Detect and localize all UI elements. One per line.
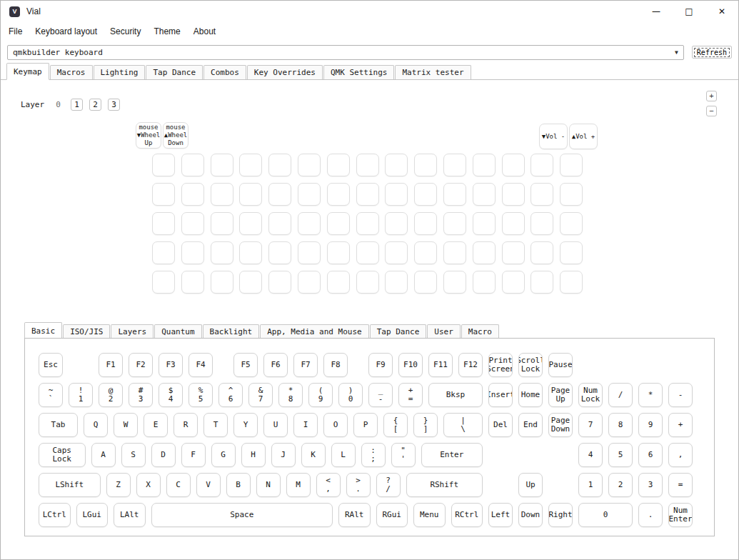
picker-key-space[interactable]: Space	[151, 503, 333, 527]
picker-key-y[interactable]: Y	[233, 413, 258, 437]
keymap-key-blank[interactable]	[211, 154, 233, 176]
picker-key-f9[interactable]: F9	[368, 353, 393, 377]
picker-key-4[interactable]: 4	[578, 443, 603, 467]
picker-key-symbol[interactable]: /	[608, 383, 633, 407]
picker-key-symbol[interactable]: { [	[383, 413, 408, 437]
keymap-key-blank[interactable]	[560, 154, 583, 176]
picker-key-b[interactable]: B	[226, 473, 251, 497]
picker-key-rgui[interactable]: RGui	[376, 503, 408, 527]
keymap-key-blank[interactable]	[531, 241, 553, 264]
keymap-key-blank[interactable]	[268, 183, 291, 206]
picker-key-caps-lock[interactable]: Caps Lock	[39, 443, 86, 467]
picker-key-symbol[interactable]: =	[668, 473, 693, 497]
picker-tab-tap-dance[interactable]: Tap Dance	[370, 324, 427, 339]
picker-key-lgui[interactable]: LGui	[76, 503, 109, 527]
keymap-key-blank[interactable]	[473, 154, 496, 176]
picker-key-symbol[interactable]: .	[638, 503, 663, 527]
menu-item-keyboard-layout[interactable]: Keyboard layout	[29, 24, 104, 39]
picker-key-g[interactable]: G	[211, 443, 236, 467]
keymap-key-blank[interactable]	[152, 271, 175, 294]
picker-key-symbol[interactable]: ,	[668, 443, 693, 467]
picker-key-rctrl[interactable]: RCtrl	[451, 503, 483, 527]
picker-key-j[interactable]: J	[271, 443, 296, 467]
keymap-key-blank[interactable]	[181, 154, 204, 176]
keymap-key-blank[interactable]	[181, 183, 204, 206]
picker-key-symbol[interactable]: } ]	[413, 413, 438, 437]
keymap-key-blank[interactable]	[560, 183, 583, 206]
picker-key-a[interactable]: A	[91, 443, 116, 467]
picker-key-r[interactable]: R	[174, 413, 198, 437]
keymap-key-blank[interactable]	[414, 271, 437, 294]
picker-key-symbol[interactable]: *	[638, 383, 663, 407]
picker-key-ralt[interactable]: RAlt	[338, 503, 371, 527]
picker-key-f1[interactable]: F1	[99, 353, 123, 377]
picker-key-insert[interactable]: Insert	[488, 383, 513, 407]
picker-key-f3[interactable]: F3	[159, 353, 183, 377]
picker-key-5[interactable]: % 5	[188, 383, 213, 407]
keymap-key-blank[interactable]	[443, 183, 466, 206]
keymap-key-blank[interactable]	[473, 212, 496, 235]
keymap-key-blank[interactable]	[298, 154, 321, 176]
zoom-out-button[interactable]: −	[706, 106, 717, 116]
picker-key-menu[interactable]: Menu	[413, 503, 446, 527]
picker-tab-iso-jis[interactable]: ISO/JIS	[63, 324, 110, 339]
picker-key-enter[interactable]: Enter	[421, 443, 483, 467]
keymap-key-blank[interactable]	[152, 212, 175, 235]
keyboard-select[interactable]: qmkbuilder keyboard ▼	[7, 45, 684, 60]
close-button[interactable]: ✕	[705, 1, 738, 22]
picker-key-symbol[interactable]: ~ `	[39, 383, 63, 407]
keymap-key-blank[interactable]	[268, 271, 291, 294]
keymap-key-blank[interactable]	[385, 241, 408, 264]
keymap-key-blank[interactable]	[239, 154, 262, 176]
keymap-key-blank[interactable]	[502, 154, 525, 176]
keymap-key-blank[interactable]	[385, 154, 408, 176]
picker-key-symbol[interactable]: _ -	[368, 383, 393, 407]
picker-tab-backlight[interactable]: Backlight	[203, 324, 260, 339]
minimize-button[interactable]: —	[640, 1, 673, 22]
keymap-key-volume-down[interactable]: ▼Vol -	[539, 124, 568, 149]
picker-key-7[interactable]: & 7	[248, 383, 273, 407]
picker-key-2[interactable]: @ 2	[99, 383, 123, 407]
keymap-key-blank[interactable]	[211, 183, 233, 206]
keymap-key-blank[interactable]	[356, 154, 379, 176]
picker-key-s[interactable]: S	[121, 443, 146, 467]
picker-key-lshift[interactable]: LShift	[39, 473, 101, 497]
tab-combos[interactable]: Combos	[203, 65, 246, 79]
picker-tab-macro[interactable]: Macro	[461, 324, 499, 339]
keymap-key-blank[interactable]	[298, 183, 321, 206]
keymap-key-blank[interactable]	[531, 154, 553, 176]
picker-key-print-screen[interactable]: Print Screen	[488, 353, 513, 377]
picker-key-lctrl[interactable]: LCtrl	[39, 503, 71, 527]
picker-key-f10[interactable]: F10	[398, 353, 423, 377]
picker-key-symbol[interactable]: -	[668, 383, 693, 407]
picker-key-symbol[interactable]: + =	[398, 383, 423, 407]
keymap-key-blank[interactable]	[181, 271, 204, 294]
keymap-key-blank[interactable]	[211, 241, 233, 264]
keymap-key-blank[interactable]	[560, 212, 583, 235]
keymap-key-blank[interactable]	[181, 212, 204, 235]
picker-key-3[interactable]: # 3	[129, 383, 153, 407]
keymap-key-blank[interactable]	[211, 271, 233, 294]
picker-key-symbol[interactable]: " '	[391, 443, 416, 467]
picker-key-end[interactable]: End	[518, 413, 543, 437]
picker-key-right[interactable]: Right	[548, 503, 573, 527]
picker-key-3[interactable]: 3	[638, 473, 663, 497]
tab-keymap[interactable]: Keymap	[6, 63, 49, 80]
maximize-button[interactable]: □	[673, 1, 705, 22]
picker-key-page-up[interactable]: Page Up	[548, 383, 573, 407]
picker-key-9[interactable]: ( 9	[308, 383, 333, 407]
picker-key-f7[interactable]: F7	[293, 353, 318, 377]
menu-item-security[interactable]: Security	[104, 24, 147, 39]
picker-key-8[interactable]: 8	[608, 413, 633, 437]
menu-item-file[interactable]: File	[2, 24, 29, 39]
picker-key-2[interactable]: 2	[608, 473, 633, 497]
picker-key-o[interactable]: O	[323, 413, 348, 437]
keymap-key-blank[interactable]	[502, 183, 525, 206]
keymap-key-blank[interactable]	[502, 271, 525, 294]
keymap-key-blank[interactable]	[268, 241, 291, 264]
keymap-key-blank[interactable]	[356, 271, 379, 294]
tab-key-overrides[interactable]: Key Overrides	[247, 65, 323, 79]
keymap-key-blank[interactable]	[356, 241, 379, 264]
picker-key-symbol[interactable]: > .	[346, 473, 371, 497]
picker-key-f2[interactable]: F2	[129, 353, 153, 377]
